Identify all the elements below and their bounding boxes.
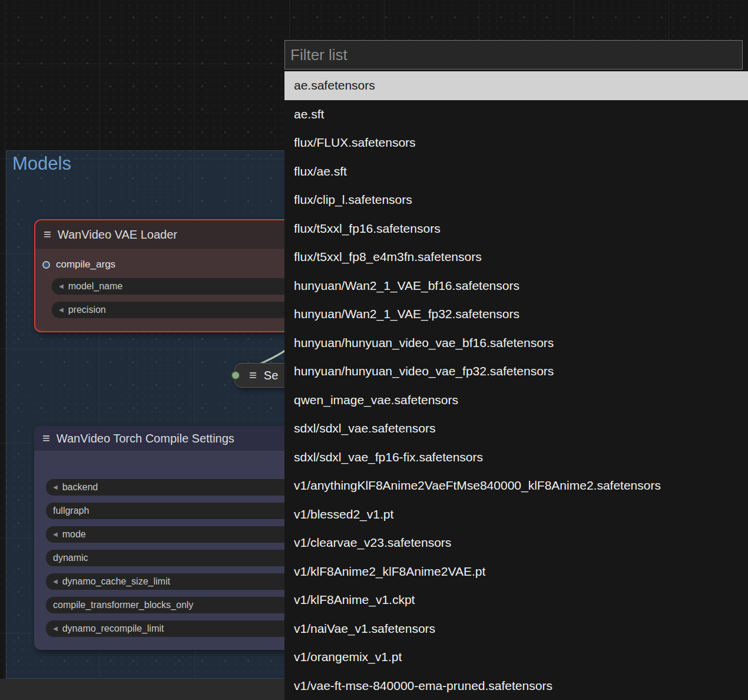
widget-label: dynamo_recompile_limit: [62, 623, 164, 634]
list-item-label: sdxl/sdxl_vae.safetensors: [294, 421, 435, 435]
list-item[interactable]: v1/anythingKlF8Anime2VaeFtMse840000_klF8…: [284, 471, 748, 500]
list-item-label: v1/vae-ft-mse-840000-ema-pruned.safetens…: [294, 679, 552, 693]
model-select-dropdown: ae.safetensors ae.sft flux/FLUX.safetens…: [284, 40, 748, 700]
menu-icon[interactable]: ≡: [42, 432, 50, 445]
node-title: Se: [264, 369, 278, 382]
list-item[interactable]: hunyuan/hunyuan_video_vae_fp32.safetenso…: [284, 357, 748, 386]
bottom-panel: [0, 679, 284, 700]
list-item-label: flux/t5xxl_fp16.safetensors: [294, 222, 441, 236]
list-item-label: v1/naiVae_v1.safetensors: [294, 622, 435, 636]
input-label: compile_args: [56, 259, 115, 270]
menu-icon[interactable]: ≡: [44, 228, 51, 241]
list-item-label: v1/anythingKlF8Anime2VaeFtMse840000_klF8…: [294, 478, 661, 493]
widget-label: mode: [62, 529, 86, 540]
list-item-label: flux/FLUX.safetensors: [294, 136, 416, 150]
widget-left-arrow-icon[interactable]: ◀: [59, 307, 64, 313]
widget-label: dynamo_cache_size_limit: [62, 576, 170, 587]
widget-label: compile_transformer_blocks_only: [53, 600, 193, 610]
list-item-label: v1/blessed2_v1.pt: [294, 507, 393, 521]
widget-left-arrow-icon[interactable]: ◀: [53, 531, 58, 537]
list-item[interactable]: ae.sft: [284, 100, 748, 129]
list-item-label: flux/ae.sft: [294, 164, 347, 179]
input-socket-icon[interactable]: [42, 261, 50, 269]
list-item-label: hunyuan/hunyuan_video_vae_fp32.safetenso…: [294, 364, 554, 378]
widget-label: model_name: [68, 281, 123, 292]
list-item-label: qwen_image_vae.safetensors: [294, 393, 458, 407]
list-item[interactable]: ae.safetensors: [284, 71, 748, 100]
list-item[interactable]: hunyuan/Wan2_1_VAE_bf16.safetensors: [284, 272, 748, 301]
list-item-label: flux/t5xxl_fp8_e4m3fn.safetensors: [294, 250, 482, 264]
list-item[interactable]: v1/clearvae_v23.safetensors: [284, 529, 748, 557]
list-item[interactable]: flux/FLUX.safetensors: [284, 128, 748, 157]
list-item-label: ae.safetensors: [294, 78, 375, 93]
model-list: ae.safetensors ae.sft flux/FLUX.safetens…: [284, 71, 748, 700]
widget-label: dynamic: [53, 553, 88, 563]
list-item[interactable]: flux/ae.sft: [284, 157, 748, 186]
widget-left-arrow-icon[interactable]: ◀: [53, 579, 58, 585]
list-item[interactable]: flux/t5xxl_fp8_e4m3fn.safetensors: [284, 243, 748, 272]
list-item[interactable]: v1/orangemix_v1.pt: [284, 643, 748, 672]
widget-label: precision: [68, 305, 106, 315]
list-item-label: v1/klF8Anime_v1.ckpt: [294, 593, 415, 607]
list-item[interactable]: v1/vae-ft-mse-840000-ema-pruned.safetens…: [284, 672, 748, 700]
list-item[interactable]: qwen_image_vae.safetensors: [284, 386, 748, 415]
filter-input[interactable]: [284, 40, 743, 70]
list-item[interactable]: hunyuan/Wan2_1_VAE_fp32.safetensors: [284, 300, 748, 329]
widget-label: backend: [62, 482, 98, 493]
list-item[interactable]: flux/t5xxl_fp16.safetensors: [284, 214, 748, 243]
list-item[interactable]: v1/naiVae_v1.safetensors: [284, 615, 748, 643]
input-socket-green-icon[interactable]: [231, 371, 240, 380]
list-item-label: ae.sft: [294, 107, 324, 121]
list-item-label: hunyuan/Wan2_1_VAE_bf16.safetensors: [294, 279, 519, 293]
list-item-label: v1/orangemix_v1.pt: [294, 650, 402, 664]
list-item-label: hunyuan/Wan2_1_VAE_fp32.safetensors: [294, 307, 519, 321]
list-item-label: flux/clip_l.safetensors: [294, 193, 412, 207]
list-item[interactable]: sdxl/sdxl_vae.safetensors: [284, 414, 748, 443]
list-item[interactable]: sdxl/sdxl_vae_fp16-fix.safetensors: [284, 443, 748, 472]
list-item-label: hunyuan/hunyuan_video_vae_bf16.safetenso…: [294, 336, 554, 350]
list-item-label: sdxl/sdxl_vae_fp16-fix.safetensors: [294, 450, 483, 464]
node-title: WanVideo Torch Compile Settings: [57, 432, 234, 445]
menu-icon[interactable]: ≡: [249, 369, 257, 382]
list-item[interactable]: hunyuan/hunyuan_video_vae_bf16.safetenso…: [284, 329, 748, 358]
widget-left-arrow-icon[interactable]: ◀: [59, 283, 64, 289]
list-item[interactable]: v1/blessed2_v1.pt: [284, 500, 748, 529]
widget-left-arrow-icon[interactable]: ◀: [53, 484, 58, 490]
list-item[interactable]: flux/clip_l.safetensors: [284, 186, 748, 214]
widget-label: fullgraph: [53, 506, 89, 516]
list-item[interactable]: v1/klF8Anime_v1.ckpt: [284, 586, 748, 615]
node-title: WanVideo VAE Loader: [58, 228, 177, 242]
list-item-label: v1/klF8Anime2_klF8Anime2VAE.pt: [294, 564, 485, 579]
list-item[interactable]: v1/klF8Anime2_klF8Anime2VAE.pt: [284, 557, 748, 586]
list-item-label: v1/clearvae_v23.safetensors: [294, 536, 451, 550]
widget-left-arrow-icon[interactable]: ◀: [53, 626, 58, 632]
